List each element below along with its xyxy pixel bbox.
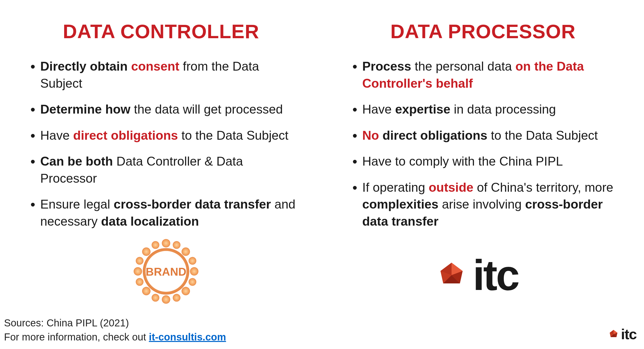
list-item: Have direct obligations to the Data Subj… bbox=[40, 127, 297, 144]
more-info-prefix: For more information, check out bbox=[4, 331, 149, 342]
list-item: If operating outside of China's territor… bbox=[362, 179, 619, 230]
sources-text: Sources: China PIPL (2021) bbox=[4, 316, 226, 330]
svg-point-15 bbox=[189, 257, 196, 265]
itc-logo-small-text: itc bbox=[621, 327, 636, 341]
svg-point-4 bbox=[190, 267, 198, 276]
itc-logo: itc bbox=[438, 254, 518, 296]
svg-point-6 bbox=[182, 247, 190, 256]
itc-diamond-icon bbox=[609, 329, 618, 339]
itc-diamond-icon bbox=[438, 261, 465, 289]
right-column: DATA PROCESSOR Process the personal data… bbox=[322, 20, 644, 349]
it-consultis-link[interactable]: it-consultis.com bbox=[149, 331, 226, 342]
list-item: No direct obligations to the Data Subjec… bbox=[362, 127, 619, 144]
list-item: Can be both Data Controller & Data Proce… bbox=[40, 153, 297, 187]
left-title: DATA CONTROLLER bbox=[25, 20, 297, 43]
footer: Sources: China PIPL (2021) For more info… bbox=[4, 316, 226, 344]
svg-point-9 bbox=[152, 241, 159, 249]
svg-point-14 bbox=[136, 278, 144, 286]
list-item: Process the personal data on the Data Co… bbox=[362, 58, 619, 92]
left-bullets: Directly obtain consent from the Data Su… bbox=[25, 58, 297, 230]
itc-logo-small: itc bbox=[609, 327, 636, 341]
svg-point-3 bbox=[134, 267, 142, 276]
svg-point-2 bbox=[162, 295, 170, 304]
svg-point-11 bbox=[152, 294, 159, 302]
svg-point-10 bbox=[173, 241, 181, 249]
list-item: Ensure legal cross-border data transfer … bbox=[40, 196, 297, 230]
right-title: DATA PROCESSOR bbox=[347, 20, 619, 43]
svg-point-7 bbox=[142, 287, 151, 295]
brand-seal-icon: BRAND bbox=[131, 236, 201, 307]
right-bullets: Process the personal data on the Data Co… bbox=[347, 58, 619, 230]
svg-point-13 bbox=[136, 257, 144, 265]
svg-point-1 bbox=[162, 239, 170, 247]
more-info-line: For more information, check out it-consu… bbox=[4, 330, 226, 344]
brand-seal-text: BRAND bbox=[146, 265, 186, 278]
svg-point-8 bbox=[182, 287, 190, 295]
slide-body: DATA CONTROLLER Directly obtain consent … bbox=[0, 0, 644, 349]
list-item: Have expertise in data processing bbox=[362, 101, 619, 118]
list-item: Directly obtain consent from the Data Su… bbox=[40, 58, 297, 92]
itc-logo-text: itc bbox=[473, 254, 518, 296]
svg-point-5 bbox=[142, 247, 151, 256]
list-item: Determine how the data will get processe… bbox=[40, 101, 297, 118]
svg-point-16 bbox=[189, 278, 196, 286]
svg-point-12 bbox=[173, 294, 181, 302]
list-item: Have to comply with the China PIPL bbox=[362, 153, 619, 170]
